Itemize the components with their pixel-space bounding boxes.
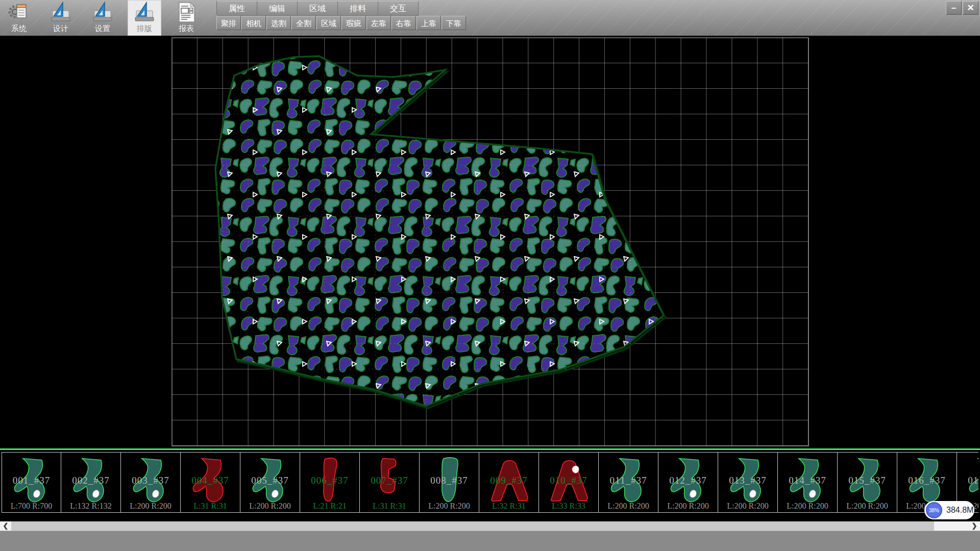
status-bar — [0, 531, 980, 551]
part-label: 002_#37 — [61, 475, 120, 486]
set-square-icon — [133, 2, 156, 23]
strip-top-line — [0, 448, 980, 450]
part-thumbnail-002[interactable]: 002_#37 L:132 R:132 — [61, 453, 121, 512]
nesting-app-window: 系统 设计 设置 — [0, 0, 980, 551]
part-label: 015_#37 — [838, 475, 897, 486]
gear-notepad-icon — [8, 2, 30, 23]
action-align-bottom[interactable]: 下靠 — [442, 16, 466, 30]
horizontal-scrollbar: ❮ ❯ — [0, 521, 980, 531]
part-lr-count: L:700 R:700 — [2, 502, 61, 511]
tab-nesting[interactable]: 排版 — [128, 0, 161, 36]
part-lr-count: L:32 R:31 — [479, 502, 538, 511]
action-cluster-nest[interactable]: 聚排 — [216, 16, 241, 30]
part-label: 011_#37 — [599, 475, 658, 486]
progress-percent: 38% — [929, 508, 939, 513]
part-lr-count: L:200 R:200 — [240, 502, 300, 511]
part-lr-count: L:31 R:31 — [181, 502, 240, 511]
part-thumbnail-012[interactable]: 012_#37 L:200 R:200 — [658, 453, 718, 512]
part-label: 013_#37 — [718, 475, 777, 486]
part-label: 012_#37 — [658, 475, 718, 486]
action-align-left[interactable]: 左靠 — [366, 16, 391, 30]
main-tabs: 系统 设计 设置 — [2, 0, 203, 36]
part-lr-count: L:200 R:200 — [420, 502, 479, 511]
part-thumbnail-010[interactable]: 010_#37 L:33 R:33 — [539, 453, 599, 512]
part-lr-count: L:200 R:200 — [838, 502, 897, 511]
tab-label: 报表 — [179, 24, 194, 34]
part-thumbnail-014[interactable]: 014_#37 L:200 R:200 — [778, 453, 838, 512]
memory-size: 384.8M — [946, 506, 973, 515]
part-thumbnail-003[interactable]: 003_#37 L:200 R:200 — [121, 453, 181, 512]
action-align-top[interactable]: 上靠 — [416, 16, 441, 30]
tab-design[interactable]: 设计 — [44, 0, 78, 36]
part-thumbnail-009[interactable]: 009_#37 L:32 R:31 — [479, 453, 539, 512]
canvas-graphics — [0, 36, 980, 448]
part-label: 008_#37 — [420, 475, 479, 486]
minimize-button[interactable]: – — [946, 1, 962, 15]
tab-label: 设计 — [53, 24, 68, 34]
part-label: 007_#37 — [360, 475, 419, 486]
part-label: 003_#37 — [121, 475, 180, 486]
part-lr-count: L:200 R:200 — [718, 502, 777, 511]
part-label: 009_#37 — [479, 475, 538, 486]
window-controls: – ✕ — [946, 1, 978, 15]
usage-badge[interactable]: 38% 384.8M — [924, 501, 974, 519]
tab-report[interactable]: 报表 — [169, 0, 203, 36]
menu-edit[interactable]: 编辑 — [257, 1, 298, 16]
tab-label: 排版 — [137, 24, 152, 34]
part-lr-count: L:200 R:200 — [658, 502, 718, 511]
progress-circle: 38% — [926, 502, 942, 518]
action-align-right[interactable]: 右靠 — [391, 16, 416, 30]
part-label: 014_#37 — [778, 475, 837, 486]
part-thumbnail-007[interactable]: 007_#37 L:31 R:31 — [360, 453, 420, 512]
part-thumbnail-006[interactable]: 006_#37 L:21 R:21 — [300, 453, 360, 512]
part-lr-count: L:31 R:31 — [360, 502, 419, 511]
part-thumbnail-list: 001_#37 L:700 R:700 002_#37 L:132 R:132 … — [2, 452, 978, 513]
menu-bar: 属性 编辑 区域 排料 交互 — [216, 1, 419, 15]
part-thumbnail-004[interactable]: 004_#37 L:31 R:31 — [181, 453, 240, 512]
part-lr-count: L:200 R:200 — [599, 502, 658, 511]
scroll-left-arrow-icon[interactable]: ❮ — [0, 521, 11, 531]
part-thumbnail-013[interactable]: 013_#37 L:200 R:200 — [718, 453, 778, 512]
menu-interact[interactable]: 交互 — [378, 1, 419, 16]
scrollbar-thumb[interactable] — [11, 521, 934, 531]
part-thumbnail-008[interactable]: 008_#37 L:200 R:200 — [420, 453, 479, 512]
action-region[interactable]: 区域 — [316, 16, 341, 30]
scroll-right-arrow-icon[interactable]: ❯ — [969, 521, 980, 531]
parts-strip: 001_#37 L:700 R:700 002_#37 L:132 R:132 … — [0, 448, 980, 521]
action-defect[interactable]: 瑕疵 — [341, 16, 366, 30]
tab-label: 系统 — [11, 24, 27, 34]
action-select-cut[interactable]: 选割 — [266, 16, 291, 30]
report-doc-icon — [175, 2, 198, 23]
menu-nest[interactable]: 排料 — [338, 1, 378, 16]
toolbar: 系统 设计 设置 — [0, 0, 980, 36]
part-label: 017_#37 — [957, 475, 978, 486]
set-square-icon — [50, 2, 72, 23]
part-lr-count: L:132 R:132 — [61, 502, 120, 511]
part-lr-count: L:200 R:200 — [121, 502, 180, 511]
tab-system[interactable]: 系统 — [2, 0, 36, 36]
menu-region[interactable]: 区域 — [298, 1, 338, 16]
part-label: 016_#37 — [897, 475, 957, 486]
part-thumbnail-015[interactable]: 015_#37 L:200 R:200 — [838, 453, 897, 512]
tab-settings[interactable]: 设置 — [86, 0, 119, 36]
part-lr-count: L:33 R:33 — [539, 502, 598, 511]
part-label: 010_#37 — [539, 475, 598, 486]
part-thumbnail-011[interactable]: 011_#37 L:200 R:200 — [599, 453, 658, 512]
nesting-canvas[interactable] — [0, 36, 980, 448]
part-label: 001_#37 — [2, 475, 61, 486]
part-label: 005_#37 — [240, 475, 300, 486]
part-lr-count: L:21 R:21 — [300, 502, 359, 511]
tab-label: 设置 — [95, 24, 110, 34]
part-label: 004_#37 — [181, 475, 240, 486]
close-button[interactable]: ✕ — [963, 1, 978, 15]
part-label: 006_#37 — [300, 475, 359, 486]
part-lr-count: L:200 R:200 — [778, 502, 837, 511]
set-square-icon — [91, 2, 114, 23]
part-thumbnail-001[interactable]: 001_#37 L:700 R:700 — [2, 453, 61, 512]
action-cut-all[interactable]: 全割 — [291, 16, 316, 30]
menu-properties[interactable]: 属性 — [217, 1, 257, 16]
action-bar: 聚排 相机 选割 全割 区域 瑕疵 左靠 右靠 上靠 下靠 — [216, 16, 466, 30]
part-thumbnail-005[interactable]: 005_#37 L:200 R:200 — [240, 453, 300, 512]
action-camera[interactable]: 相机 — [241, 16, 266, 30]
